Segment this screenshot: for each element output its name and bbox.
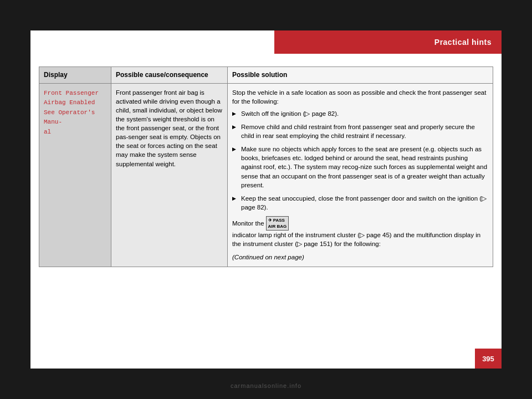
header-banner: Practical hints bbox=[274, 30, 502, 54]
display-cell: Front PassengerAirbag EnabledSee Operato… bbox=[39, 83, 111, 267]
list-item: Switch off the ignition (▷ page 82). bbox=[232, 109, 488, 118]
watermark-area: carmanualsоnline.info bbox=[0, 382, 532, 389]
table-row: Front PassengerAirbag EnabledSee Operato… bbox=[39, 83, 493, 267]
list-item: Remove child and child restraint from fr… bbox=[232, 122, 488, 140]
page-number-box: 395 bbox=[475, 349, 502, 369]
main-table-area: Display Possible cause/consequence Possi… bbox=[39, 66, 493, 327]
solution-intro: Stop the vehicle in a safe location as s… bbox=[232, 88, 488, 106]
indicator-line: Monitor the ✈ PASSAIR BAG indicator lamp… bbox=[232, 216, 488, 249]
list-item: Keep the seat unoccupied, close the fron… bbox=[232, 194, 488, 212]
solution-cell: Stop the vehicle in a safe location as s… bbox=[228, 83, 493, 267]
cause-text: Front passenger front air bag is activat… bbox=[116, 89, 222, 167]
page-number: 395 bbox=[482, 355, 494, 363]
bullet-list: Switch off the ignition (▷ page 82). Rem… bbox=[232, 109, 488, 212]
info-table: Display Possible cause/consequence Possi… bbox=[39, 66, 493, 267]
col-header-cause: Possible cause/consequence bbox=[111, 67, 228, 84]
indicator-text-after: indicator lamp right of the instrument c… bbox=[232, 231, 488, 248]
col-header-display: Display bbox=[39, 67, 111, 84]
display-code-text: Front PassengerAirbag EnabledSee Operato… bbox=[44, 90, 99, 135]
list-item: Make sure no objects which apply forces … bbox=[232, 145, 488, 189]
indicator-icon: ✈ PASSAIR BAG bbox=[266, 216, 289, 231]
continued-text: (Continued on next page) bbox=[232, 253, 488, 262]
section-title: Practical hints bbox=[434, 38, 492, 47]
col-header-solution: Possible solution bbox=[228, 67, 493, 84]
cause-cell: Front passenger front air bag is activat… bbox=[111, 83, 228, 267]
indicator-text-before: Monitor the bbox=[232, 219, 264, 228]
watermark-text: carmanualsоnline.info bbox=[231, 382, 301, 389]
